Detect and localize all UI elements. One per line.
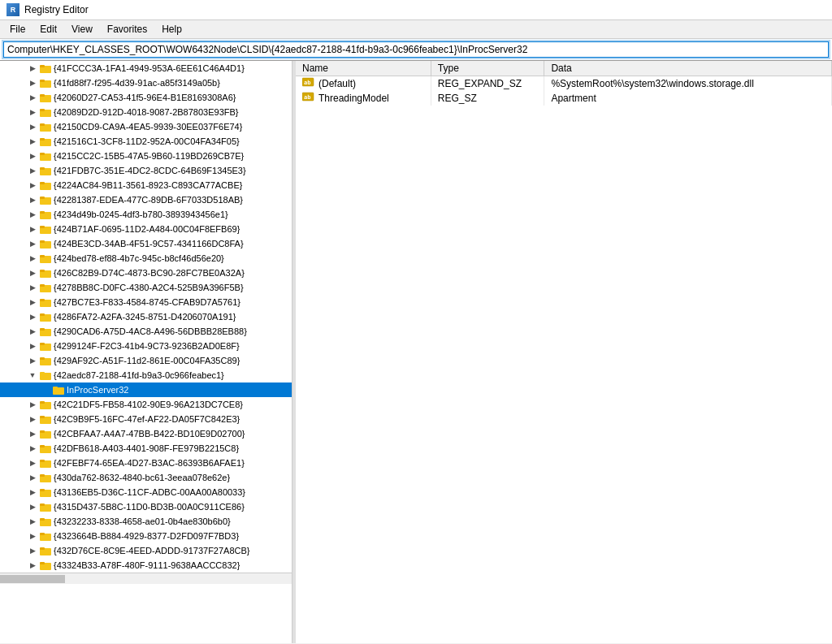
tree-toggle-icon[interactable]: ▶ <box>26 266 39 279</box>
folder-icon <box>39 456 52 469</box>
tree-toggle-icon[interactable]: ▶ <box>26 544 39 557</box>
tree-item[interactable]: ▶{42281387-EDEA-477C-89DB-6F7033D518AB} <box>0 192 292 207</box>
tree-item[interactable]: ▶{42150CD9-CA9A-4EA5-9939-30EE037F6E74} <box>0 119 292 134</box>
tree-toggle-icon[interactable]: ▶ <box>26 354 39 367</box>
tree-toggle-icon[interactable]: ▶ <box>26 281 39 294</box>
tree-toggle-icon[interactable]: ▶ <box>26 529 39 542</box>
tree-item[interactable]: ▶{4278BB8C-D0FC-4380-A2C4-525B9A396F5B} <box>0 280 292 295</box>
tree-item[interactable]: ▶{42DFB618-A403-4401-908F-FE979B2215C8} <box>0 441 292 456</box>
tree-item[interactable]: ▶{42C21DF5-FB58-4102-90E9-96A213DC7CE8} <box>0 397 292 412</box>
tree-item[interactable]: ▶{4315D437-5B8C-11D0-BD3B-00A0C911CE86} <box>0 499 292 514</box>
tree-item[interactable]: ▶{43232233-8338-4658-ae01-0b4ae830b6b0} <box>0 514 292 529</box>
tree-toggle-icon[interactable]: ▶ <box>26 339 39 352</box>
table-body: ab (Default)REG_EXPAND_SZ%SystemRoot%\sy… <box>296 76 832 106</box>
tree-toggle-icon[interactable]: ▶ <box>26 296 39 309</box>
tree-toggle-icon[interactable]: ▶ <box>26 500 39 513</box>
tree-item[interactable]: ▶{424B71AF-0695-11D2-A484-00C04F8EFB69} <box>0 222 292 236</box>
table-cell-name: ab ThreadingModel <box>296 91 431 106</box>
tree-toggle-icon[interactable]: ▶ <box>26 310 39 323</box>
reg-value-icon: ab <box>302 77 315 87</box>
tree-toggle-icon[interactable]: ▶ <box>26 62 39 75</box>
tree-item[interactable]: ▶{4323664B-B884-4929-8377-D2FD097F7BD3} <box>0 529 292 543</box>
folder-icon <box>39 179 52 192</box>
tree-item[interactable]: ▶{4215CC2C-15B5-47A5-9B60-119BD269CB7E} <box>0 149 292 163</box>
tree-toggle-icon[interactable]: ▶ <box>26 237 39 250</box>
svg-rect-19 <box>40 197 45 199</box>
tree-toggle-icon[interactable]: ▶ <box>26 559 39 572</box>
tree-item[interactable]: ▶{429AF92C-A51F-11d2-861E-00C04FA35C89} <box>0 353 292 368</box>
tree-item[interactable]: ▶{424BE3CD-34AB-4F51-9C57-4341166DC8FA} <box>0 236 292 251</box>
tree-item[interactable]: ▶{41FCCC3A-1FA1-4949-953A-6EE61C46A4D1} <box>0 61 292 76</box>
tree-item[interactable]: ▶{4234d49b-0245-4df3-b780-3893943456e1} <box>0 207 292 222</box>
table-row[interactable]: ab ThreadingModelREG_SZApartment <box>296 91 832 106</box>
tree-toggle-icon[interactable]: ▶ <box>26 427 39 440</box>
tree-item[interactable]: ▶{42CBFAA7-A4A7-47BB-B422-BD10E9D02700} <box>0 426 292 441</box>
tree-toggle-icon[interactable]: ▶ <box>26 471 39 484</box>
tree-item[interactable]: ▶{42089D2D-912D-4018-9087-2B87803E93FB} <box>0 105 292 119</box>
address-bar <box>0 39 832 61</box>
tree-toggle-icon[interactable]: ▶ <box>26 135 39 148</box>
tree-item[interactable]: ▶{4224AC84-9B11-3561-8923-C893CA77ACBE} <box>0 178 292 192</box>
tree-toggle-icon[interactable]: ▶ <box>26 193 39 206</box>
tree-toggle-icon[interactable]: ▶ <box>26 442 39 455</box>
menu-item-edit[interactable]: Edit <box>33 22 63 37</box>
tree-item[interactable]: ▶{42C9B9F5-16FC-47ef-AF22-DA05F7C842E3} <box>0 412 292 426</box>
tree-item-label: {42FEBF74-65EA-4D27-B3AC-86393B6AFAE1} <box>54 458 245 468</box>
tree-toggle-icon[interactable]: ▶ <box>26 91 39 104</box>
tree-item[interactable]: ▶{43136EB5-D36C-11CF-ADBC-00AA00A80033} <box>0 485 292 499</box>
tree-item[interactable]: ▶{432D76CE-8C9E-4EED-ADDD-91737F27A8CB} <box>0 543 292 558</box>
tree-item[interactable]: ▶{427BC7E3-F833-4584-8745-CFAB9D7A5761} <box>0 295 292 309</box>
tree-toggle-icon[interactable]: ▶ <box>26 120 39 133</box>
tree-toggle-icon[interactable]: ▶ <box>26 164 39 177</box>
col-header-data[interactable]: Data <box>544 61 832 76</box>
col-header-type[interactable]: Type <box>431 61 544 76</box>
tree-toggle-icon[interactable]: ▶ <box>26 76 39 89</box>
tree-item[interactable]: ▶{426C82B9-D74C-4873-BC90-28FC7BE0A32A} <box>0 266 292 280</box>
tree-item[interactable]: ▶{43324B33-A78F-480F-9111-9638AACCC832} <box>0 558 292 573</box>
folder-open-icon <box>52 383 65 396</box>
tree-item[interactable]: ▶{4286FA72-A2FA-3245-8751-D4206070A191} <box>0 309 292 324</box>
tree-item-label: {43136EB5-D36C-11CF-ADBC-00AA00A80033} <box>54 487 245 497</box>
tree-item[interactable]: ▼{42aedc87-2188-41fd-b9a3-0c966feabec1} <box>0 368 292 383</box>
tree-toggle-icon[interactable]: ▶ <box>26 106 39 119</box>
tree-toggle-icon[interactable]: ▶ <box>26 208 39 221</box>
tree-item[interactable]: ▶{430da762-8632-4840-bc61-3eeaa078e62e} <box>0 470 292 485</box>
tree-toggle-icon[interactable]: ▶ <box>26 515 39 528</box>
tree-item[interactable]: ▶{4290CAD6-A75D-4AC8-A496-56DBBB28EB88} <box>0 324 292 339</box>
tree-toggle-icon[interactable]: ▶ <box>26 223 39 236</box>
tree-toggle-icon[interactable]: ▶ <box>26 413 39 426</box>
tree-item[interactable]: InProcServer32 <box>0 383 292 397</box>
tree-toggle-icon[interactable]: ▶ <box>26 149 39 162</box>
tree-item[interactable]: ▶{4299124F-F2C3-41b4-9C73-9236B2AD0E8F} <box>0 339 292 353</box>
svg-rect-43 <box>40 372 45 374</box>
folder-icon <box>39 62 52 75</box>
address-input[interactable] <box>3 41 829 58</box>
tree-toggle-icon[interactable] <box>39 383 52 396</box>
tree-toggle-icon[interactable]: ▶ <box>26 486 39 499</box>
tree-toggle-icon[interactable]: ▶ <box>26 456 39 469</box>
menu-item-file[interactable]: File <box>3 22 32 37</box>
h-scroll-track <box>0 574 292 584</box>
tree-toggle-icon[interactable]: ▶ <box>26 325 39 338</box>
tree-item-label: {42C9B9F5-16FC-47ef-AF22-DA05F7C842E3} <box>54 414 240 424</box>
tree-toggle-icon[interactable]: ▶ <box>26 398 39 411</box>
tree-toggle-icon[interactable]: ▶ <box>26 252 39 265</box>
tree-item[interactable]: ▶{421FDB7C-351E-4DC2-8CDC-64B69F1345E3} <box>0 163 292 178</box>
col-header-name[interactable]: Name <box>296 61 431 76</box>
tree-item[interactable]: ▶{42FEBF74-65EA-4D27-B3AC-86393B6AFAE1} <box>0 456 292 470</box>
h-scroll-thumb[interactable] <box>0 575 65 583</box>
svg-rect-3 <box>40 80 45 82</box>
tree-toggle-icon[interactable]: ▶ <box>26 179 39 192</box>
table-row[interactable]: ab (Default)REG_EXPAND_SZ%SystemRoot%\sy… <box>296 76 832 91</box>
menu-item-view[interactable]: View <box>65 22 99 37</box>
tree-item[interactable]: ▶{421516C1-3CF8-11D2-952A-00C04FA34F05} <box>0 134 292 149</box>
tree-item[interactable]: ▶{424bed78-ef88-4b7c-945c-b8cf46d56e20} <box>0 251 292 266</box>
svg-text:ab: ab <box>304 94 310 101</box>
menu-item-help[interactable]: Help <box>155 22 188 37</box>
menu-item-favorites[interactable]: Favorites <box>101 22 154 37</box>
tree-toggle-icon[interactable]: ▼ <box>26 369 39 382</box>
h-scrollbar[interactable] <box>0 573 292 584</box>
tree-item[interactable]: ▶{42060D27-CA53-41f5-96E4-B1E8169308A6} <box>0 90 292 105</box>
tree-item[interactable]: ▶{41fd88f7-f295-4d39-91ac-a85f3149a05b} <box>0 76 292 90</box>
folder-icon <box>39 471 52 484</box>
